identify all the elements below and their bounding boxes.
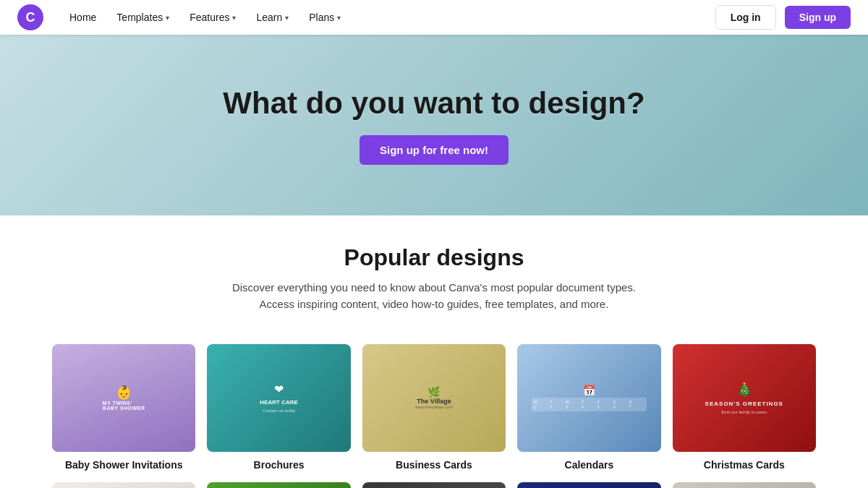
template-card-brochures[interactable]: ❤ HEART CARE Contact us today Brochures — [207, 344, 350, 471]
popular-description: Discover everything you need to know abo… — [217, 280, 651, 312]
template-card-photo-books[interactable]: SUMMER IS HERE Photo Collection 2024 Pho… — [362, 482, 506, 488]
template-thumbnail-flyers: OPENTRYOUTS Soccer Team — [207, 482, 350, 488]
template-label-christmas-cards: Christmas Cards — [673, 459, 816, 471]
canva-logo[interactable]: C — [17, 4, 43, 30]
features-caret-icon: ▾ — [232, 14, 236, 22]
template-card-flyers[interactable]: OPENTRYOUTS Soccer Team Flyers — [207, 482, 350, 488]
template-thumbnail-brochures: ❤ HEART CARE Contact us today — [207, 344, 350, 452]
popular-title: Popular designs — [52, 244, 816, 271]
nav-plans[interactable]: Plans ▾ — [300, 7, 349, 27]
hero-content: What do you want to design? Sign up for … — [223, 86, 644, 165]
nav-auth-buttons: Log in Sign up — [715, 5, 851, 30]
learn-caret-icon: ▾ — [285, 14, 289, 22]
navbar: C Home Templates ▾ Features ▾ Learn ▾ Pl… — [0, 0, 868, 35]
plans-caret-icon: ▾ — [337, 14, 341, 22]
popular-section: Popular designs Discover everything you … — [0, 215, 868, 327]
hero-title: What do you want to design? — [223, 86, 644, 121]
template-label-calendars: Calendars — [517, 459, 660, 471]
template-card-invitations[interactable]: 09 27 '18 Invitations — [517, 482, 660, 488]
signup-button[interactable]: Sign up — [785, 6, 851, 29]
nav-features[interactable]: Features ▾ — [181, 7, 244, 27]
template-card-business-cards[interactable]: 🌿 The Village www.thevillage.com Busines… — [362, 344, 506, 471]
template-card-menus[interactable]: LESLIE'S Fine Dining Menus — [673, 482, 816, 488]
template-thumbnail-christmas-cards: 🎄 SEASON'S GREETINGS from our family to … — [673, 344, 816, 452]
nav-templates[interactable]: Templates ▾ — [108, 7, 178, 27]
template-thumbnail-menus: LESLIE'S Fine Dining — [673, 482, 816, 488]
nav-home[interactable]: Home — [61, 7, 105, 27]
hero-banner: What do you want to design? Sign up for … — [0, 35, 868, 215]
template-label-brochures: Brochures — [207, 459, 350, 471]
template-grid: 👶 MY TWINS'BABY SHOWER Baby Shower Invit… — [0, 327, 868, 488]
template-thumbnail-calendars: 📅 MTWTFSS 1234567 — [517, 344, 660, 452]
template-card-christmas-cards[interactable]: 🎄 SEASON'S GREETINGS from our family to … — [673, 344, 816, 471]
template-label-business-cards: Business Cards — [362, 459, 506, 471]
template-thumbnail-baby-shower: 👶 MY TWINS'BABY SHOWER — [52, 344, 195, 452]
login-button[interactable]: Log in — [715, 5, 776, 30]
hero-cta-button[interactable]: Sign up for free now! — [359, 135, 509, 165]
template-thumbnail-facebook: f Craft Time CRAFT TIMECHRONICLES Monthl… — [52, 482, 195, 488]
nav-learn[interactable]: Learn ▾ — [247, 7, 297, 27]
template-thumbnail-photo-books: SUMMER IS HERE Photo Collection 2024 — [362, 482, 506, 488]
nav-links: Home Templates ▾ Features ▾ Learn ▾ Plan… — [61, 7, 715, 27]
template-label-baby-shower: Baby Shower Invitations — [52, 459, 195, 471]
template-card-calendars[interactable]: 📅 MTWTFSS 1234567 Calendars — [517, 344, 660, 471]
template-card-facebook[interactable]: f Craft Time CRAFT TIMECHRONICLES Monthl… — [52, 482, 195, 488]
template-thumbnail-invitations: 09 27 '18 — [517, 482, 660, 488]
template-card-baby-shower[interactable]: 👶 MY TWINS'BABY SHOWER Baby Shower Invit… — [52, 344, 195, 471]
template-thumbnail-business-cards: 🌿 The Village www.thevillage.com — [362, 344, 506, 452]
templates-caret-icon: ▾ — [166, 14, 169, 22]
